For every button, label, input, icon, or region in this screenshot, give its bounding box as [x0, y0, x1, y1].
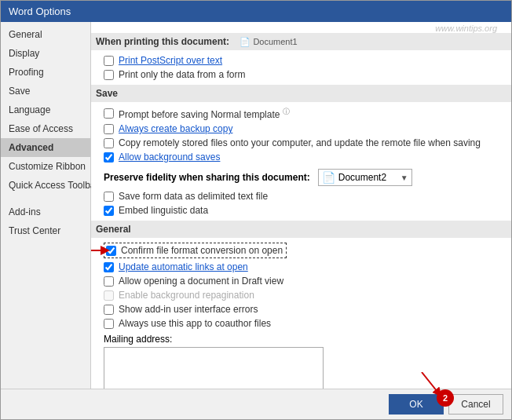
document-icon: 📄 — [322, 171, 335, 184]
content-inner: When printing this document: 📄 Document1… — [91, 22, 511, 389]
always-coauthor-checkbox[interactable] — [104, 319, 114, 329]
embed-linguistic-checkbox[interactable] — [104, 206, 114, 216]
watermark: www.wintips.org — [435, 24, 497, 33]
always-backup-checkbox[interactable] — [104, 124, 114, 134]
general-section-header: General — [91, 221, 511, 238]
sidebar-item-save[interactable]: Save — [1, 82, 90, 100]
print-section-header: When printing this document: 📄 Document1 — [91, 33, 511, 50]
sidebar-item-quick-access-toolbar[interactable]: Quick Access Toolbar — [1, 176, 90, 195]
main-content: www.wintips.org When printing this docum… — [91, 22, 511, 389]
prompt-normal-checkbox[interactable] — [104, 108, 114, 119]
embed-linguistic-row: Embed linguistic data — [101, 205, 502, 216]
print-form-data-label: Print only the data from a form — [119, 69, 245, 80]
show-addin-errors-row: Show add-in user interface errors — [101, 304, 502, 315]
sidebar-item-language[interactable]: Language — [1, 100, 90, 119]
sidebar-item-trust-center[interactable]: Trust Center — [1, 221, 90, 240]
save-form-data-row: Save form data as delimited text file — [101, 191, 502, 202]
print-postscript-row: Print PostScript over text — [101, 55, 502, 66]
enable-repag-checkbox — [104, 290, 114, 301]
sidebar-item-advanced[interactable]: Advanced — [1, 138, 90, 157]
update-links-label: Update automatic links at open — [119, 261, 248, 272]
copy-remote-row: Copy remotely stored files onto your com… — [101, 137, 502, 148]
sidebar: General Display Proofing Save Language E… — [1, 22, 91, 389]
sidebar-item-general[interactable]: General — [1, 25, 90, 44]
sidebar-item-customize-ribbon[interactable]: Customize Ribbon — [1, 157, 90, 176]
copy-remote-label: Copy remotely stored files onto your com… — [119, 137, 481, 148]
sidebar-item-ease-of-access[interactable]: Ease of Access — [1, 119, 90, 138]
enable-repag-row: Enable background repagination — [101, 290, 502, 301]
sidebar-item-proofing[interactable]: Proofing — [1, 63, 90, 82]
mailing-label: Mailing address: — [101, 334, 502, 345]
show-addin-errors-label: Show add-in user interface errors — [119, 304, 258, 315]
update-links-checkbox[interactable] — [104, 262, 114, 272]
allow-draft-checkbox[interactable] — [104, 276, 114, 287]
sidebar-item-display[interactable]: Display — [1, 44, 90, 63]
allow-draft-label: Allow opening a document in Draft view — [119, 276, 283, 287]
save-form-data-checkbox[interactable] — [104, 192, 114, 202]
fidelity-dropdown[interactable]: 📄 Document2 ▼ — [318, 169, 412, 186]
fidelity-row: Preserve fidelity when sharing this docu… — [101, 169, 502, 186]
mailing-textarea[interactable] — [104, 347, 324, 389]
save-section-header: Save — [91, 85, 511, 102]
allow-background-row: Allow background saves — [101, 152, 502, 163]
enable-repag-label: Enable background repagination — [119, 290, 254, 301]
show-addin-errors-checkbox[interactable] — [104, 305, 114, 315]
cancel-button[interactable]: Cancel — [448, 394, 503, 415]
update-links-row: Update automatic links at open — [101, 261, 502, 272]
always-backup-label: Always create backup copy — [119, 123, 232, 134]
annotation-2: 2 — [437, 389, 454, 407]
copy-remote-checkbox[interactable] — [104, 138, 114, 148]
dropdown-arrow-icon: ▼ — [400, 173, 408, 182]
fidelity-label: Preserve fidelity when sharing this docu… — [104, 172, 310, 183]
allow-background-label: Allow background saves — [119, 152, 220, 163]
sidebar-item-add-ins[interactable]: Add-ins — [1, 203, 90, 221]
print-postscript-checkbox[interactable] — [104, 56, 114, 66]
print-form-data-checkbox[interactable] — [104, 70, 114, 80]
always-backup-row: Always create backup copy — [101, 123, 502, 134]
general-header-text: General — [96, 224, 131, 235]
save-form-data-label: Save form data as delimited text file — [119, 191, 268, 202]
allow-background-checkbox[interactable] — [104, 152, 114, 163]
allow-draft-row: Allow opening a document in Draft view — [101, 276, 502, 287]
print-header-text: When printing this document: — [96, 36, 229, 47]
print-form-data-row: Print only the data from a form — [101, 69, 502, 80]
embed-linguistic-label: Embed linguistic data — [119, 205, 208, 216]
dialog-title-text: Word Options — [9, 5, 71, 17]
always-coauthor-label: Always use this app to coauthor files — [119, 318, 271, 329]
bottom-bar: 2 OK Cancel — [1, 389, 511, 419]
always-coauthor-row: Always use this app to coauthor files — [101, 318, 502, 329]
confirm-format-highlighted: Confirm file format conversion on open — [104, 243, 287, 258]
confirm-format-label: Confirm file format conversion on open — [121, 245, 283, 256]
document-name: Document2 — [338, 172, 400, 183]
dialog-title: Word Options — [1, 1, 511, 22]
print-postscript-label: Print PostScript over text — [119, 55, 222, 66]
prompt-normal-row: Prompt before saving Normal template ⓘ — [101, 107, 502, 120]
word-options-dialog: Word Options General Display Proofing Sa… — [0, 0, 512, 420]
annotation-1-arrow — [91, 243, 115, 258]
save-header-text: Save — [96, 88, 118, 99]
dialog-body: General Display Proofing Save Language E… — [1, 22, 511, 389]
prompt-normal-label: Prompt before saving Normal template ⓘ — [119, 107, 290, 120]
